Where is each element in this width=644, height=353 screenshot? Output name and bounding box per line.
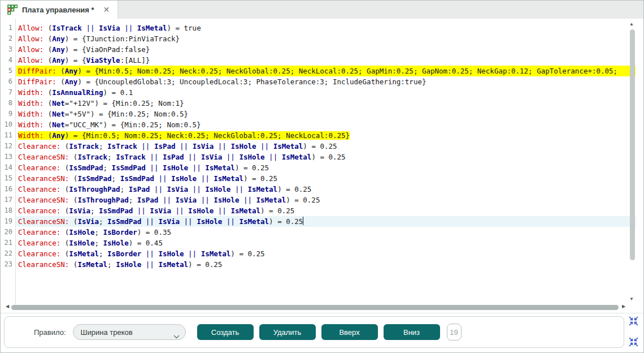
code-editor[interactable]: 1Allow: (IsTrack || IsVia || IsMetal) = …	[1, 19, 643, 313]
close-icon[interactable]: ✕	[103, 6, 110, 14]
tab-board-rules[interactable]: Плата управления * ✕	[1, 1, 118, 19]
line-number: 16	[1, 184, 16, 195]
line-number: 3	[1, 44, 16, 55]
collapse-panel-icon-bottom[interactable]	[629, 337, 638, 349]
line-number: 7	[1, 87, 16, 98]
code-line[interactable]: 3Allow: (Any) = {ViaOnPad:false}	[1, 44, 643, 55]
line-number: 2	[1, 33, 16, 44]
text-cursor	[303, 217, 303, 225]
code-text: Width: (IsAnnualRing) = 0.1	[16, 87, 636, 98]
line-number: 23	[1, 259, 16, 270]
line-number: 5	[1, 66, 16, 76]
line-number: 6	[1, 76, 16, 87]
code-line[interactable]: 9Width: (Net="+5V") = {Min:0.25; Nom:0.5…	[1, 109, 643, 119]
code-line[interactable]: 21Clearance: (IsHole; IsHole) = 0.45	[1, 238, 643, 248]
line-number: 11	[1, 130, 16, 141]
code-line[interactable]: 7Width: (IsAnnualRing) = 0.1	[1, 87, 643, 98]
code-text: Width: (Net="UCC_MK") = {Min:0.25; Nom:0…	[16, 119, 636, 130]
code-line[interactable]: 1Allow: (IsTrack || IsVia || IsMetal) = …	[1, 23, 643, 33]
code-line[interactable]: 17ClearanceSN: (IsThroughPad; IsPad || I…	[1, 195, 643, 205]
down-button[interactable]: Вниз	[384, 324, 440, 340]
scroll-up-arrow-icon[interactable]: ▲	[629, 22, 634, 27]
line-number: 14	[1, 162, 16, 173]
scroll-down-arrow-icon[interactable]: ▼	[629, 297, 634, 302]
line-number: 8	[1, 98, 16, 109]
code-line[interactable]: 4Allow: (Any) = {ViaStyle:[ALL]}	[1, 55, 643, 66]
rule-type-dropdown-value: Ширина треков	[81, 328, 133, 337]
code-lines: 1Allow: (IsTrack || IsVia || IsMetal) = …	[1, 23, 643, 270]
code-line[interactable]: 12Clearance: (IsTrack; IsTrack || IsPad …	[1, 141, 643, 152]
code-text: Clearance: (IsVia; IsSmdPad || IsVia || …	[16, 205, 636, 216]
rules-editor-window: Плата управления * ✕ 1Allow: (IsTrack ||…	[0, 0, 644, 353]
code-line[interactable]: 13ClearanceSN: (IsTrack; IsTrack || IsPa…	[1, 152, 643, 162]
delete-button[interactable]: Удалить	[259, 324, 316, 340]
code-line[interactable]: 15ClearanceSN: (IsSmdPad; IsSmdPad || Is…	[1, 173, 643, 184]
line-number: 21	[1, 238, 16, 248]
code-text: ClearanceSN: (IsThroughPad; IsPad || IsV…	[16, 195, 636, 205]
line-number: 17	[1, 195, 16, 205]
code-text: ClearanceSN: (IsVia; IsSmdPad || IsVia |…	[16, 216, 636, 227]
code-text: DiffPair: (Any) = {UncoupledGlobal:3; Un…	[16, 76, 636, 87]
scroll-right-arrow-icon[interactable]: ▶	[622, 304, 625, 309]
code-text: DiffPair: (Any) = {Min:0.5; Nom:0.25; Ne…	[16, 66, 636, 76]
collapse-panel-icon-top[interactable]	[629, 316, 638, 328]
code-line[interactable]: 8Width: (Net="+12V") = {Min:0.25; Nom:1}	[1, 98, 643, 109]
code-text: Clearance: (IsThroughPad; IsPad || IsVia…	[16, 184, 636, 195]
rule-toolbar-area: Правило: Ширина треков Создать Удалить В…	[1, 313, 643, 353]
rule-label: Правило:	[34, 328, 66, 337]
line-number: 12	[1, 141, 16, 152]
line-number: 4	[1, 55, 16, 66]
code-line[interactable]: 23ClearanceSN: (IsMetal; IsHole || IsMet…	[1, 259, 643, 270]
code-text: Allow: (Any) = {ViaOnPad:false}	[16, 44, 636, 55]
line-number: 18	[1, 205, 16, 216]
code-line[interactable]: 16Clearance: (IsThroughPad; IsPad || IsV…	[1, 184, 643, 195]
code-text: Width: (Any) = {Min:0.5; Nom:0.25; Neck:…	[16, 130, 636, 141]
chevron-down-icon	[173, 331, 180, 341]
up-button[interactable]: Вверх	[321, 324, 378, 340]
code-text: ClearanceSN: (IsTrack; IsTrack || IsPad …	[16, 152, 636, 162]
tab-title: Плата управления *	[22, 6, 94, 14]
line-number: 9	[1, 109, 16, 119]
code-text: Width: (Net="+12V") = {Min:0.25; Nom:1}	[16, 98, 636, 109]
code-text: Allow: (Any) = {ViaStyle:[ALL]}	[16, 55, 636, 66]
code-line[interactable]: 22Clearance: (IsMetal; IsBorder || IsHol…	[1, 248, 643, 259]
code-text: Clearance: (IsSmdPad; IsSmdPad || IsHole…	[16, 162, 636, 173]
code-line[interactable]: 5DiffPair: (Any) = {Min:0.5; Nom:0.25; N…	[1, 66, 643, 76]
code-text: Clearance: (IsHole; IsBorder) = 0.35	[16, 227, 636, 238]
rule-toolbar-panel: Правило: Ширина треков Создать Удалить В…	[4, 316, 624, 348]
vertical-scrollbar-thumb[interactable]	[630, 29, 635, 260]
code-line[interactable]: 14Clearance: (IsSmdPad; IsSmdPad || IsHo…	[1, 162, 643, 173]
code-line[interactable]: 20Clearance: (IsHole; IsBorder) = 0.35	[1, 227, 643, 238]
horizontal-scrollbar-thumb[interactable]	[11, 305, 619, 310]
rule-count-badge: 19	[447, 324, 462, 341]
code-line[interactable]: 11Width: (Any) = {Min:0.5; Nom:0.25; Nec…	[1, 130, 643, 141]
code-text: Allow: (IsTrack || IsVia || IsMetal) = t…	[16, 23, 636, 33]
line-number: 1	[1, 23, 16, 33]
code-text: Width: (Net="+5V") = {Min:0.25; Nom:0.5}	[16, 109, 636, 119]
code-text: ClearanceSN: (IsSmdPad; IsSmdPad || IsHo…	[16, 173, 636, 184]
code-text: Clearance: (IsHole; IsHole) = 0.45	[16, 238, 636, 248]
code-line[interactable]: 18Clearance: (IsVia; IsSmdPad || IsVia |…	[1, 205, 643, 216]
code-line[interactable]: 10Width: (Net="UCC_MK") = {Min:0.25; Nom…	[1, 119, 643, 130]
code-text: Clearance: (IsMetal; IsBorder || IsHole …	[16, 248, 636, 259]
code-line[interactable]: 6DiffPair: (Any) = {UncoupledGlobal:3; U…	[1, 76, 643, 87]
rules-document-icon	[7, 5, 18, 15]
code-text: ClearanceSN: (IsMetal; IsHole || IsMetal…	[16, 259, 636, 270]
code-line[interactable]: 19ClearanceSN: (IsVia; IsSmdPad || IsVia…	[1, 216, 643, 227]
line-number: 20	[1, 227, 16, 238]
line-number: 10	[1, 119, 16, 130]
rule-type-dropdown[interactable]: Ширина треков	[73, 324, 186, 340]
line-number: 15	[1, 173, 16, 184]
line-number: 13	[1, 152, 16, 162]
tab-bar: Плата управления * ✕	[1, 1, 643, 19]
line-number: 19	[1, 216, 16, 227]
create-button[interactable]: Создать	[197, 324, 254, 340]
code-text: Allow: (Any) = {TJunction:PinViaTrack}	[16, 33, 636, 44]
scroll-left-arrow-icon[interactable]: ◀	[6, 304, 9, 309]
code-text: Clearance: (IsTrack; IsTrack || IsPad ||…	[16, 141, 636, 152]
code-line[interactable]: 2Allow: (Any) = {TJunction:PinViaTrack}	[1, 33, 643, 44]
line-number: 22	[1, 248, 16, 259]
